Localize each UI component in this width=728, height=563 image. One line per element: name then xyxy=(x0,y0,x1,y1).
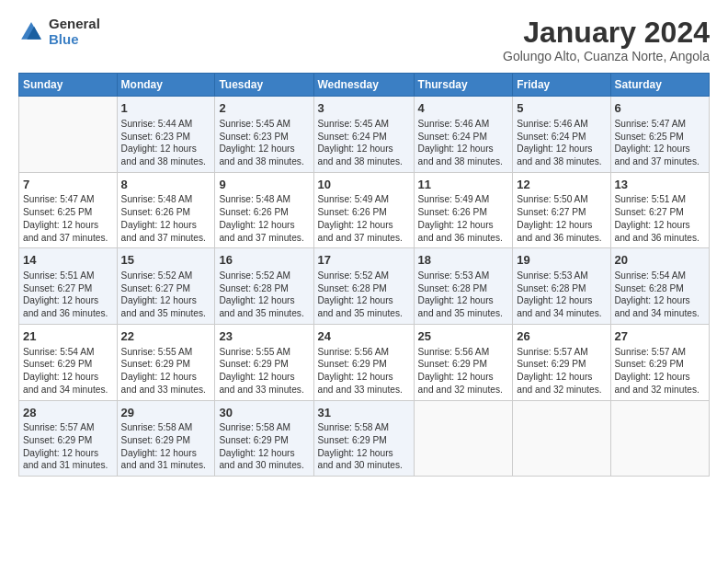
sunrise-text: Sunrise: 5:46 AM xyxy=(418,119,490,129)
col-header-sunday: Sunday xyxy=(19,74,118,97)
day-number: 25 xyxy=(418,328,509,345)
daylight-minutes: and and 37 minutes. xyxy=(318,233,403,243)
daylight-label: Daylight: 12 hours xyxy=(121,372,197,382)
day-number: 3 xyxy=(318,100,410,117)
col-header-friday: Friday xyxy=(513,74,610,97)
sunrise-text: Sunrise: 5:55 AM xyxy=(219,347,290,357)
sunset-text: Sunset: 6:24 PM xyxy=(517,132,586,142)
day-number: 24 xyxy=(318,328,410,345)
daylight-label: Daylight: 12 hours xyxy=(219,448,294,458)
sunset-text: Sunset: 6:29 PM xyxy=(517,359,586,369)
daylight-minutes: and and 32 minutes. xyxy=(517,385,601,395)
day-number: 1 xyxy=(121,100,211,117)
sunrise-text: Sunrise: 5:48 AM xyxy=(219,194,290,204)
calendar-cell: 7Sunrise: 5:47 AMSunset: 6:25 PMDaylight… xyxy=(19,172,118,248)
daylight-minutes: and and 37 minutes. xyxy=(121,233,206,243)
col-header-saturday: Saturday xyxy=(610,74,710,97)
calendar-cell: 11Sunrise: 5:49 AMSunset: 6:26 PMDayligh… xyxy=(414,172,513,248)
day-number: 14 xyxy=(23,252,113,269)
sunset-text: Sunset: 6:28 PM xyxy=(219,283,288,293)
sunset-text: Sunset: 6:29 PM xyxy=(318,435,387,445)
calendar-cell: 2Sunrise: 5:45 AMSunset: 6:23 PMDaylight… xyxy=(215,97,313,173)
daylight-minutes: and and 35 minutes. xyxy=(318,308,403,318)
calendar-cell xyxy=(513,400,610,477)
header: General Blue January 2024 Golungo Alto, … xyxy=(18,17,710,63)
sunset-text: Sunset: 6:29 PM xyxy=(121,359,190,369)
calendar-cell: 5Sunrise: 5:46 AMSunset: 6:24 PMDaylight… xyxy=(513,97,610,173)
daylight-label: Daylight: 12 hours xyxy=(219,295,294,305)
sunrise-text: Sunrise: 5:45 AM xyxy=(318,119,390,129)
daylight-label: Daylight: 12 hours xyxy=(615,220,690,230)
day-number: 7 xyxy=(23,177,113,193)
daylight-minutes: and and 32 minutes. xyxy=(418,385,503,395)
month-title: January 2024 xyxy=(503,17,710,49)
sunrise-text: Sunrise: 5:52 AM xyxy=(121,270,193,281)
sunset-text: Sunset: 6:24 PM xyxy=(418,132,487,142)
sunrise-text: Sunrise: 5:57 AM xyxy=(615,347,687,357)
sunset-text: Sunset: 6:28 PM xyxy=(418,283,487,293)
calendar-cell: 16Sunrise: 5:52 AMSunset: 6:28 PMDayligh… xyxy=(215,248,313,325)
sunset-text: Sunset: 6:29 PM xyxy=(23,435,92,445)
day-number: 10 xyxy=(318,177,410,193)
calendar-cell: 29Sunrise: 5:58 AMSunset: 6:29 PMDayligh… xyxy=(117,400,215,477)
calendar-cell xyxy=(19,97,118,173)
sunrise-text: Sunrise: 5:44 AM xyxy=(121,119,193,129)
day-number: 4 xyxy=(418,100,509,117)
daylight-minutes: and and 31 minutes. xyxy=(23,460,108,470)
sunrise-text: Sunrise: 5:54 AM xyxy=(23,347,95,357)
daylight-minutes: and and 34 minutes. xyxy=(517,308,601,318)
sunset-text: Sunset: 6:27 PM xyxy=(615,207,684,217)
calendar-cell: 3Sunrise: 5:45 AMSunset: 6:24 PMDaylight… xyxy=(313,97,414,173)
calendar-week-row: 1Sunrise: 5:44 AMSunset: 6:23 PMDaylight… xyxy=(19,97,710,173)
daylight-label: Daylight: 12 hours xyxy=(318,372,393,382)
calendar-table: SundayMondayTuesdayWednesdayThursdayFrid… xyxy=(18,73,710,477)
calendar-cell: 8Sunrise: 5:48 AMSunset: 6:26 PMDaylight… xyxy=(117,172,215,248)
logo-blue: Blue xyxy=(49,32,100,48)
calendar-cell: 9Sunrise: 5:48 AMSunset: 6:26 PMDaylight… xyxy=(215,172,313,248)
calendar-header-row: SundayMondayTuesdayWednesdayThursdayFrid… xyxy=(19,74,710,97)
sunset-text: Sunset: 6:29 PM xyxy=(219,359,288,369)
sunrise-text: Sunrise: 5:58 AM xyxy=(219,422,290,432)
daylight-minutes: and and 38 minutes. xyxy=(318,156,403,167)
daylight-minutes: and and 36 minutes. xyxy=(418,233,503,243)
daylight-label: Daylight: 12 hours xyxy=(23,295,98,305)
daylight-label: Daylight: 12 hours xyxy=(517,372,592,382)
logo-general: General xyxy=(49,17,100,32)
sunrise-text: Sunrise: 5:49 AM xyxy=(418,194,490,204)
sunrise-text: Sunrise: 5:53 AM xyxy=(517,270,588,281)
title-block: January 2024 Golungo Alto, Cuanza Norte,… xyxy=(503,17,710,63)
day-number: 18 xyxy=(418,252,509,269)
daylight-minutes: and and 37 minutes. xyxy=(23,233,108,243)
logo-text: General Blue xyxy=(49,17,100,47)
daylight-label: Daylight: 12 hours xyxy=(418,220,494,230)
day-number: 9 xyxy=(219,177,309,193)
daylight-minutes: and and 37 minutes. xyxy=(615,156,700,167)
calendar-cell: 31Sunrise: 5:58 AMSunset: 6:29 PMDayligh… xyxy=(313,400,414,477)
daylight-minutes: and and 36 minutes. xyxy=(517,233,601,243)
daylight-minutes: and and 33 minutes. xyxy=(318,385,403,395)
logo: General Blue xyxy=(18,17,100,47)
daylight-minutes: and and 35 minutes. xyxy=(121,308,206,318)
day-number: 23 xyxy=(219,328,309,345)
sunset-text: Sunset: 6:26 PM xyxy=(418,207,487,217)
sunrise-text: Sunrise: 5:49 AM xyxy=(318,194,390,204)
sunset-text: Sunset: 6:25 PM xyxy=(615,132,684,142)
daylight-label: Daylight: 12 hours xyxy=(517,220,592,230)
day-number: 17 xyxy=(318,252,410,269)
daylight-label: Daylight: 12 hours xyxy=(121,144,197,154)
sunset-text: Sunset: 6:23 PM xyxy=(219,132,288,142)
calendar-cell: 23Sunrise: 5:55 AMSunset: 6:29 PMDayligh… xyxy=(215,325,313,401)
sunset-text: Sunset: 6:29 PM xyxy=(418,359,487,369)
sunrise-text: Sunrise: 5:56 AM xyxy=(318,347,390,357)
logo-icon xyxy=(18,19,44,45)
day-number: 11 xyxy=(418,177,509,193)
daylight-label: Daylight: 12 hours xyxy=(23,448,98,458)
daylight-minutes: and and 38 minutes. xyxy=(418,156,503,167)
col-header-thursday: Thursday xyxy=(414,74,513,97)
daylight-label: Daylight: 12 hours xyxy=(615,295,690,305)
day-number: 15 xyxy=(121,252,211,269)
day-number: 8 xyxy=(121,177,211,193)
sunrise-text: Sunrise: 5:45 AM xyxy=(219,119,290,129)
calendar-cell xyxy=(610,400,710,477)
calendar-cell: 12Sunrise: 5:50 AMSunset: 6:27 PMDayligh… xyxy=(513,172,610,248)
